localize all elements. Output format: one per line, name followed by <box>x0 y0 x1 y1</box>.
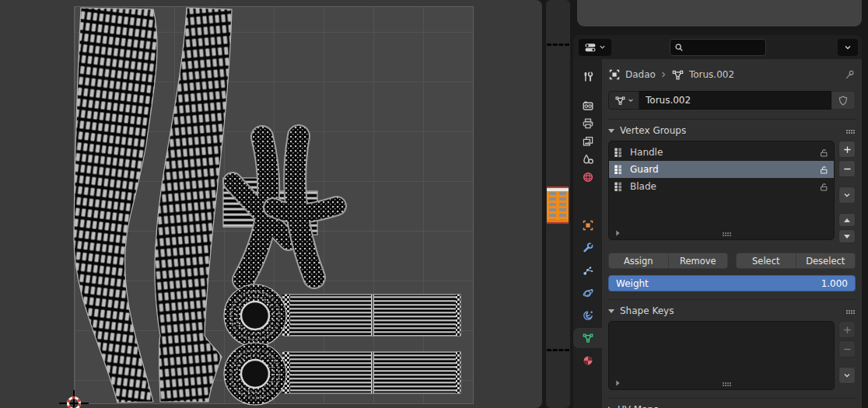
uv-maps-panel: UV Maps <box>608 398 856 408</box>
properties-tab-rail <box>573 59 602 408</box>
search-icon <box>674 43 684 52</box>
deselect-button[interactable]: Deselect <box>796 253 856 269</box>
grip-icon[interactable] <box>846 130 848 131</box>
list-resize-grip-icon[interactable] <box>723 382 724 384</box>
tab-world[interactable] <box>573 167 602 187</box>
mesh-data-icon <box>671 68 684 82</box>
weight-value: 1.000 <box>821 278 848 289</box>
chevron-right-icon <box>660 71 667 78</box>
mesh-name-field[interactable] <box>639 91 831 110</box>
tab-constraints[interactable] <box>573 305 602 326</box>
uv-island-blade-band-top[interactable] <box>282 295 460 336</box>
mesh-browse-button[interactable] <box>608 91 639 110</box>
cursor-2d-icon[interactable] <box>59 390 89 408</box>
vertex-groups-list[interactable]: Handle <box>608 141 835 240</box>
vertex-group-row[interactable]: Blade <box>609 178 834 195</box>
breadcrumb-data-name[interactable]: Torus.002 <box>689 69 734 80</box>
tab-physics[interactable] <box>573 283 602 303</box>
object-icon <box>608 68 621 81</box>
vertex-groups-header[interactable]: Vertex Groups <box>608 122 856 139</box>
shape-keys-list[interactable] <box>608 321 835 390</box>
lock-open-icon[interactable] <box>819 165 829 175</box>
uv-layout[interactable] <box>0 0 542 408</box>
vertex-group-name: Blade <box>630 181 814 192</box>
properties-content: Dadao Torus.002 <box>602 59 862 408</box>
tab-modifiers[interactable] <box>573 238 602 258</box>
lock-open-icon[interactable] <box>819 182 829 192</box>
move-group-up-button[interactable] <box>838 213 856 227</box>
plus-icon <box>843 326 852 334</box>
disclosure-down-icon[interactable] <box>608 129 614 133</box>
chevron-down-icon <box>628 97 634 103</box>
uv-island-handle-band-left[interactable] <box>74 8 157 403</box>
vertex-group-actions: Assign Remove Select Deselect <box>608 253 856 269</box>
assign-button[interactable]: Assign <box>608 253 669 269</box>
region-divider-bottom <box>547 349 569 351</box>
fake-user-shield-button[interactable] <box>831 91 856 110</box>
physics-orbit-icon <box>582 287 594 299</box>
disclosure-down-icon[interactable] <box>608 309 614 313</box>
mesh-data-icon <box>614 95 626 106</box>
tab-object-data[interactable] <box>573 328 602 348</box>
uv-island-blade-band-bottom[interactable] <box>282 352 460 393</box>
vertex-group-specials-menu-button[interactable] <box>838 187 856 204</box>
texture-thumbnail[interactable] <box>547 187 569 224</box>
panel-title: Vertex Groups <box>620 125 686 136</box>
remove-button[interactable]: Remove <box>669 253 729 269</box>
pin-icon[interactable] <box>844 69 856 81</box>
uv-editor[interactable] <box>0 0 542 408</box>
search-input[interactable] <box>687 41 761 53</box>
tab-object[interactable] <box>573 215 602 235</box>
mesh-data-icon <box>582 332 594 344</box>
search-box[interactable] <box>670 39 766 56</box>
weight-slider[interactable]: Weight 1.000 <box>608 275 856 291</box>
vertex-group-row-selected[interactable]: Guard <box>609 161 834 178</box>
object-icon <box>582 219 594 232</box>
tab-material[interactable] <box>573 350 602 371</box>
chevron-down-icon <box>843 191 851 199</box>
add-vertex-group-button[interactable] <box>838 141 856 158</box>
vertex-group-name: Handle <box>630 147 814 158</box>
shape-keys-side-buttons <box>838 321 856 390</box>
vertex-group-name: Guard <box>630 164 814 175</box>
minus-icon <box>843 345 852 354</box>
select-button[interactable]: Select <box>736 253 796 269</box>
outliner-bottom-edge <box>577 0 862 26</box>
chevron-down-icon <box>843 371 851 379</box>
vertex-group-row[interactable]: Handle <box>609 144 834 161</box>
move-group-down-button[interactable] <box>838 229 856 243</box>
breadcrumb-object-name[interactable]: Dadao <box>625 69 656 80</box>
uv-island-pommel-rosette-top[interactable] <box>224 284 286 347</box>
properties-header <box>573 35 862 59</box>
list-resize-grip-icon[interactable] <box>723 232 724 234</box>
panel-title: Shape Keys <box>620 305 674 316</box>
shape-key-specials-menu-button[interactable] <box>838 367 856 384</box>
chevron-down-icon <box>599 44 606 51</box>
remove-shape-key-button[interactable] <box>838 340 856 357</box>
lock-open-icon[interactable] <box>819 148 829 158</box>
uv-island-pommel-rosette-bottom[interactable] <box>224 343 286 405</box>
uv-maps-header[interactable]: UV Maps <box>608 401 856 408</box>
properties-editor: Dadao Torus.002 <box>573 35 862 408</box>
shape-keys-header[interactable]: Shape Keys <box>608 302 856 319</box>
region-divider-top <box>547 44 569 46</box>
uv-island-guard-star-right[interactable] <box>273 136 337 277</box>
vertex-group-icon <box>614 147 625 158</box>
mesh-name-row <box>608 91 856 110</box>
shape-keys-panel: Shape Keys <box>608 299 856 390</box>
grip-icon[interactable] <box>846 310 848 312</box>
tab-tool[interactable] <box>573 67 602 87</box>
editor-type-button[interactable] <box>579 39 611 56</box>
add-shape-key-button[interactable] <box>838 321 856 338</box>
texture-strip-editor[interactable] <box>546 0 570 408</box>
remove-vertex-group-button[interactable] <box>838 160 856 177</box>
tab-particles[interactable] <box>573 260 602 281</box>
uv-island-handle-band-right[interactable] <box>155 8 232 402</box>
list-filter-toggle-icon[interactable] <box>616 380 620 385</box>
tool-icon <box>582 71 594 83</box>
shield-icon <box>838 95 849 106</box>
properties-editor-icon <box>584 41 597 54</box>
filter-dropdown-button[interactable] <box>838 39 858 56</box>
list-filter-toggle-icon[interactable] <box>616 230 620 235</box>
vertex-group-icon <box>614 181 625 192</box>
